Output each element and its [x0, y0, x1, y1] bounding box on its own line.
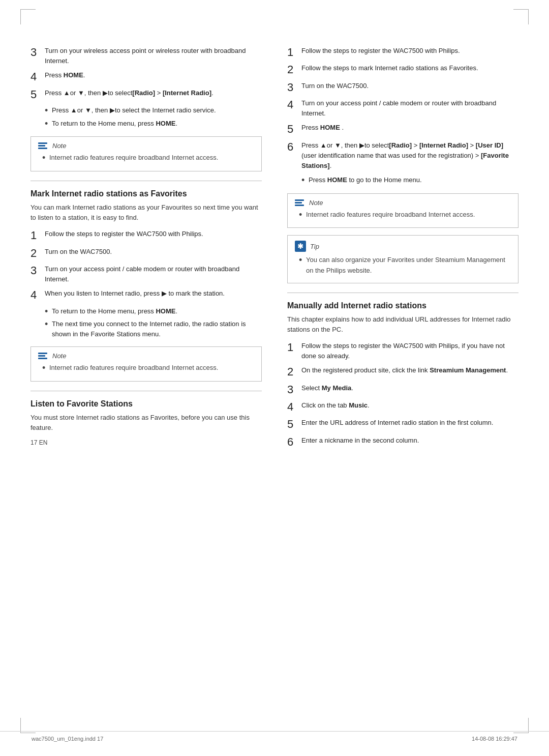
- listen-step-list: 1 Follow the steps to register the WAC75…: [287, 46, 518, 171]
- bullet-item: • Internet radio features require broadb…: [299, 210, 511, 221]
- tip-icon: ✱: [295, 241, 306, 252]
- step-number: 3: [30, 46, 45, 59]
- step-number: 6: [287, 435, 301, 449]
- bullet-text: The next time you connect to the Interne…: [52, 319, 262, 339]
- step-number: 1: [287, 341, 301, 354]
- note-icon-bar: [295, 199, 304, 201]
- bullet-item: • To return to the Home menu, press HOME…: [45, 119, 262, 130]
- step-number: 3: [287, 383, 301, 396]
- note-icon: [38, 142, 48, 149]
- step-number: 6: [287, 140, 301, 154]
- corner-mark-tl: [20, 9, 36, 24]
- bullet-item: • You can also organize your Favorites u…: [299, 255, 511, 275]
- bullet-item: • Internet radio features require broadb…: [42, 153, 254, 164]
- step-item: 5 Press ▲or ▼, then ▶to select[Radio] > …: [30, 88, 262, 101]
- step-number: 4: [30, 288, 45, 302]
- note-label: Note: [52, 352, 66, 360]
- note-icon-bar: [38, 148, 47, 149]
- note-icon: [38, 353, 48, 359]
- bullet-dot: •: [45, 319, 52, 330]
- bullet-item: • To return to the Home menu, press HOME…: [45, 306, 262, 317]
- step-text: Turn on the WAC7500.: [45, 247, 262, 257]
- top-note-box: Note • Internet radio features require b…: [30, 136, 262, 171]
- step-item: 1 Follow the steps to register the WAC75…: [30, 229, 262, 242]
- footer-left: wac7500_um_01eng.indd 17: [32, 736, 103, 742]
- step-number: 2: [287, 365, 301, 379]
- bullet-text: Internet radio features require broadban…: [306, 210, 475, 220]
- step-text: Enter the URL address of Internet radio …: [301, 418, 518, 428]
- step-item: 4 Turn on your access point / cable mode…: [287, 98, 518, 119]
- bullet-dot: •: [299, 255, 306, 266]
- note-icon-bar: [38, 145, 45, 147]
- listen-section-desc: You must store Internet radio stations a…: [30, 413, 262, 433]
- bullet-text: You can also organize your Favorites und…: [306, 255, 511, 275]
- note-icon: [295, 199, 305, 206]
- mark-bullet-list: • To return to the Home menu, press HOME…: [45, 306, 262, 340]
- divider: [30, 181, 262, 181]
- bullet-text: Press ▲or ▼, then ▶to select the Interne…: [52, 105, 216, 115]
- bullet-text: Press HOME to go to the Home menu.: [309, 175, 422, 185]
- bullet-text: To return to the Home menu, press HOME.: [52, 306, 177, 316]
- bullet-dot: •: [45, 119, 52, 130]
- bullet-dot: •: [45, 306, 52, 317]
- note-header: Note: [38, 352, 254, 360]
- manually-section-title: Manually add Internet radio stations: [287, 301, 518, 310]
- step-text: Turn on your access point / cable modem …: [45, 264, 262, 284]
- note-label: Note: [309, 199, 323, 207]
- step-text: Turn on your wireless access point or wi…: [45, 46, 262, 66]
- step-item: 4 Click on the tab Music.: [287, 400, 518, 414]
- step-text: Press ▲or ▼, then ▶to select[Radio] > [I…: [45, 88, 262, 98]
- note-bullet-list: • Internet radio features require broadb…: [299, 210, 511, 221]
- mark-section-title: Mark Internet radio stations as Favorite…: [30, 189, 262, 198]
- step-item: 4 Press HOME.: [30, 70, 262, 83]
- bullet-text: Internet radio features require broadban…: [49, 153, 218, 163]
- step-number: 1: [287, 46, 301, 59]
- step-item: 4 When you listen to Internet radio, pre…: [30, 288, 262, 302]
- step-text: Follow the steps to mark Internet radio …: [301, 63, 518, 73]
- note-bullet-list: • Internet radio features require broadb…: [42, 153, 254, 164]
- step-number: 4: [287, 400, 301, 414]
- top-bullet-list: • Press ▲or ▼, then ▶to select the Inter…: [45, 105, 262, 129]
- footer: wac7500_um_01eng.indd 17 14-08-08 16:29:…: [0, 731, 549, 742]
- step-number: 5: [30, 88, 45, 101]
- manually-step-list: 1 Follow the steps to register the WAC75…: [287, 341, 518, 449]
- step-item: 5 Press HOME .: [287, 123, 518, 136]
- step-text: Press HOME .: [301, 123, 518, 133]
- note-icon-bar: [38, 353, 47, 354]
- step-item: 3 Turn on your wireless access point or …: [30, 46, 262, 66]
- right-note-box: Note • Internet radio features require b…: [287, 193, 518, 228]
- note-icon-bar: [295, 202, 302, 203]
- divider: [287, 293, 518, 293]
- step-number: 5: [287, 123, 301, 136]
- tip-bullet-list: • You can also organize your Favorites u…: [299, 255, 511, 275]
- step-number: 2: [287, 63, 301, 76]
- step-number: 4: [30, 70, 45, 83]
- step-text: Select My Media.: [301, 383, 518, 393]
- step-number: 3: [287, 81, 301, 94]
- note-bullet-list: • Internet radio features require broadb…: [42, 363, 254, 374]
- step-item: 3 Turn on the WAC7500.: [287, 81, 518, 94]
- note-header: Note: [295, 199, 511, 207]
- step-number: 4: [287, 98, 301, 111]
- page-number: 17 EN: [30, 439, 47, 446]
- step-text: Follow the steps to register the WAC7500…: [301, 341, 518, 361]
- mark-section-desc: You can mark Internet radio stations as …: [30, 202, 262, 223]
- mark-note-box: Note • Internet radio features require b…: [30, 346, 262, 382]
- corner-mark-tr: [513, 9, 529, 24]
- step-item: 2 On the registered product site, click …: [287, 365, 518, 379]
- manually-section-desc: This chapter explains how to add individ…: [287, 314, 518, 335]
- note-content: • Internet radio features require broadb…: [38, 363, 254, 374]
- left-column: 3 Turn on your wireless access point or …: [30, 46, 262, 453]
- step-text: Follow the steps to register the WAC7500…: [301, 46, 518, 56]
- tip-header: ✱ Tip: [295, 241, 511, 252]
- tip-label: Tip: [310, 243, 319, 250]
- step-item: 3 Select My Media.: [287, 383, 518, 396]
- step-item: 2 Turn on the WAC7500.: [30, 247, 262, 260]
- note-icon-bar: [295, 205, 304, 206]
- step-item: 3 Turn on your access point / cable mode…: [30, 264, 262, 284]
- step-text: When you listen to Internet radio, press…: [45, 288, 262, 299]
- note-icon-bar: [38, 358, 47, 359]
- page: 3 Turn on your wireless access point or …: [0, 0, 549, 756]
- step-item: 1 Follow the steps to register the WAC75…: [287, 341, 518, 361]
- mark-step-list: 1 Follow the steps to register the WAC75…: [30, 229, 262, 302]
